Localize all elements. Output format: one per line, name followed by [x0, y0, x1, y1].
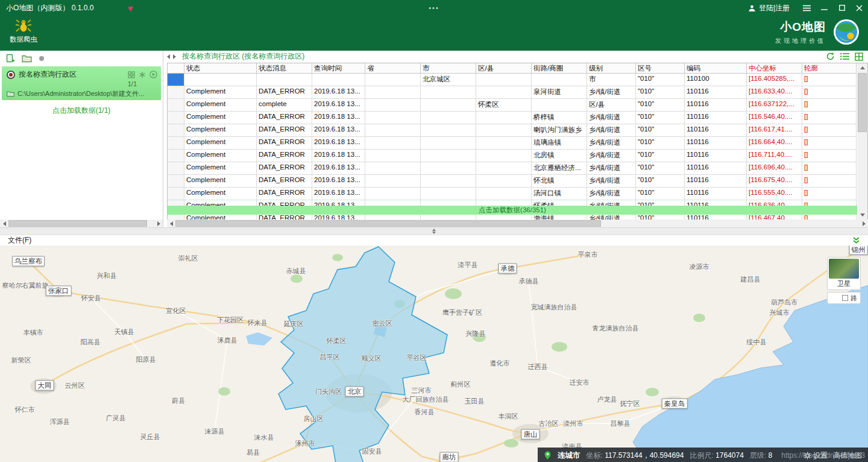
table-row[interactable]: ComplementDATA_ERROR2019.6.18 13...喇叭沟门满…: [168, 124, 867, 137]
table-cell[interactable]: [365, 112, 421, 124]
table-cell[interactable]: [476, 124, 532, 137]
table-cell[interactable]: [421, 86, 476, 99]
table-cell[interactable]: [365, 99, 421, 112]
column-header[interactable]: 查询时间: [312, 63, 365, 74]
data-crawler-tool[interactable]: 数据爬虫: [10, 17, 37, 44]
table-cell[interactable]: Complement: [184, 99, 257, 112]
table-cell[interactable]: [184, 74, 257, 86]
column-header[interactable]: 级别: [587, 63, 636, 74]
table-cell[interactable]: 2019.6.18 13...: [312, 86, 365, 99]
table-cell[interactable]: []: [802, 188, 857, 200]
table-cell[interactable]: Complement: [184, 150, 257, 162]
task-settings-icon[interactable]: [139, 71, 146, 78]
heart-icon[interactable]: ♥: [127, 4, 133, 13]
maximize-button[interactable]: [833, 0, 851, 16]
table-cell[interactable]: 2019.6.18 13...: [312, 124, 365, 137]
task-card[interactable]: 按名称查询行政区 1/1 C:\Users\Administrator\Desk…: [2, 66, 161, 100]
table-cell[interactable]: "010": [636, 112, 685, 124]
table-cell[interactable]: "010": [636, 162, 685, 175]
export-grid-icon[interactable]: [855, 52, 863, 61]
column-header[interactable]: 轮廓: [802, 63, 857, 74]
sidebar-hscrollbar[interactable]: [0, 220, 163, 227]
table-cell[interactable]: [257, 74, 312, 86]
table-cell[interactable]: []: [802, 74, 857, 86]
row-header[interactable]: [168, 124, 184, 137]
table-cell[interactable]: 110100: [685, 74, 747, 86]
table-row[interactable]: ComplementDATA_ERROR2019.6.18 13...汤河口镇乡…: [168, 188, 867, 200]
table-row[interactable]: ComplementDATA_ERROR2019.6.18 13...北房镇乡/…: [168, 150, 867, 162]
table-cell[interactable]: [476, 175, 532, 188]
table-cell[interactable]: [532, 99, 587, 112]
table-cell[interactable]: [476, 188, 532, 200]
column-header[interactable]: 区/县: [476, 63, 532, 74]
table-cell[interactable]: [421, 112, 476, 124]
table-cell[interactable]: 怀北镇: [532, 175, 587, 188]
table-row[interactable]: Complementcomplete2019.6.18 13...怀柔区区/县"…: [168, 99, 867, 112]
table-cell[interactable]: []: [802, 86, 857, 99]
table-cell[interactable]: [476, 74, 532, 86]
table-cell[interactable]: [421, 124, 476, 137]
table-cell[interactable]: [421, 188, 476, 200]
more-tools-icon[interactable]: [39, 55, 45, 62]
table-cell[interactable]: [476, 150, 532, 162]
new-task-icon[interactable]: [5, 54, 15, 63]
result-tab[interactable]: 按名称查询行政区 (按名称查询行政区): [182, 51, 304, 62]
splitter-handle-icon[interactable]: [432, 229, 436, 234]
table-cell[interactable]: [476, 162, 532, 175]
table-cell[interactable]: 2019.6.18 13...: [312, 175, 365, 188]
table-cell[interactable]: Complement: [184, 137, 257, 150]
table-cell[interactable]: DATA_ERROR: [257, 124, 312, 137]
table-cell[interactable]: 乡/镇/街道: [587, 112, 636, 124]
table-cell[interactable]: [365, 188, 421, 200]
table-cell[interactable]: 2019.6.18 13...: [312, 99, 365, 112]
road-layer-checkbox[interactable]: [842, 295, 848, 301]
load-more-bar[interactable]: 点击加载数据(36/351): [168, 206, 857, 215]
row-header[interactable]: [168, 150, 184, 162]
table-cell[interactable]: 泉河街道: [532, 86, 587, 99]
table-cell[interactable]: 2019.6.18 13...: [312, 137, 365, 150]
map-canvas[interactable]: 乌兰察布锦州崇礼区赤城县滦平县承德平泉市察哈尔右翼前旗兴和县承德县建昌县凌源市张…: [0, 245, 868, 462]
row-header[interactable]: [168, 99, 184, 112]
table-cell[interactable]: 北京城区: [421, 74, 476, 86]
table-cell[interactable]: [116.696,40....: [747, 162, 802, 175]
table-cell[interactable]: 110116: [685, 137, 747, 150]
table-cell[interactable]: 乡/镇/街道: [587, 150, 636, 162]
table-cell[interactable]: [365, 150, 421, 162]
table-cell[interactable]: Complement: [184, 124, 257, 137]
table-cell[interactable]: [116.555,40....: [747, 188, 802, 200]
table-cell[interactable]: 市: [587, 74, 636, 86]
close-button[interactable]: [851, 0, 868, 16]
table-cell[interactable]: "010": [636, 137, 685, 150]
column-header[interactable]: 街路/商圈: [532, 63, 587, 74]
column-header[interactable]: 中心坐标: [747, 63, 802, 74]
table-cell[interactable]: Complement: [184, 188, 257, 200]
table-cell[interactable]: 北京雁栖经济...: [532, 162, 587, 175]
login-register-button[interactable]: 登陆|注册: [748, 3, 790, 13]
table-cell[interactable]: 110116: [685, 124, 747, 137]
table-cell[interactable]: [365, 86, 421, 99]
table-cell[interactable]: [476, 112, 532, 124]
table-cell[interactable]: complete: [257, 99, 312, 112]
table-vscrollbar[interactable]: [857, 63, 867, 220]
table-cell[interactable]: [532, 74, 587, 86]
table-cell[interactable]: [421, 99, 476, 112]
table-row[interactable]: ComplementDATA_ERROR2019.6.18 13...泉河街道乡…: [168, 86, 867, 99]
table-cell[interactable]: 110116: [685, 86, 747, 99]
collapse-chevron-icon[interactable]: [852, 237, 860, 244]
table-row[interactable]: ComplementDATA_ERROR2019.6.18 13...琉璃庙镇乡…: [168, 137, 867, 150]
table-cell[interactable]: [116.617,41....: [747, 124, 802, 137]
table-cell[interactable]: Complement: [184, 162, 257, 175]
tab-scroll-left-icon[interactable]: [167, 54, 170, 59]
table-cell[interactable]: []: [802, 162, 857, 175]
table-cell[interactable]: [116.546,40....: [747, 112, 802, 124]
table-cell[interactable]: DATA_ERROR: [257, 162, 312, 175]
table-cell[interactable]: [476, 137, 532, 150]
table-cell[interactable]: 2019.6.18 13...: [312, 162, 365, 175]
table-cell[interactable]: [365, 137, 421, 150]
table-cell[interactable]: DATA_ERROR: [257, 112, 312, 124]
table-cell[interactable]: 2019.6.18 13...: [312, 112, 365, 124]
column-header[interactable]: 省: [365, 63, 421, 74]
table-cell[interactable]: 110116: [685, 112, 747, 124]
table-cell[interactable]: 110116: [685, 175, 747, 188]
table-cell[interactable]: [421, 175, 476, 188]
